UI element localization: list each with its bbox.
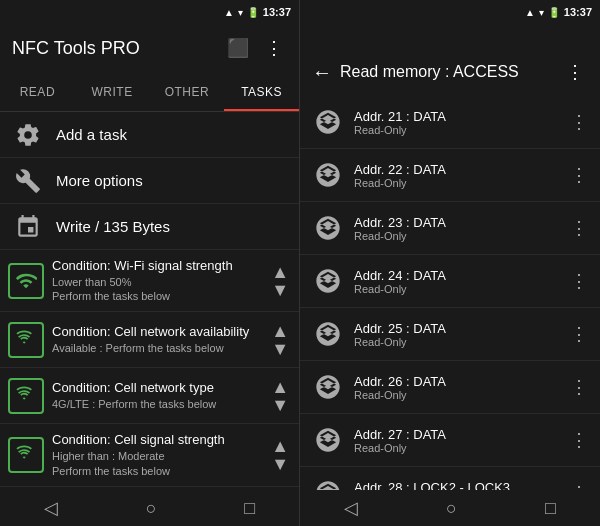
more-options-label: More options xyxy=(56,172,143,189)
memory-more-7[interactable]: ⋮ xyxy=(566,478,592,490)
memory-addr-7: Addr. 28 : LOCK2 - LOCK3 xyxy=(354,480,556,491)
memory-content-2: Addr. 23 : DATA Read-Only xyxy=(354,215,556,242)
task-wifi[interactable]: Condition: Wi-Fi signal strength Lower t… xyxy=(0,250,299,312)
memory-more-3[interactable]: ⋮ xyxy=(566,266,592,296)
memory-more-0[interactable]: ⋮ xyxy=(566,107,592,137)
memory-content-4: Addr. 25 : DATA Read-Only xyxy=(354,321,556,348)
memory-item-0[interactable]: Addr. 21 : DATA Read-Only ⋮ xyxy=(300,96,600,149)
memory-item-3[interactable]: Addr. 24 : DATA Read-Only ⋮ xyxy=(300,255,600,308)
add-task-item[interactable]: Add a task xyxy=(0,112,299,158)
task-cell-signal[interactable]: Condition: Cell signal strength Higher t… xyxy=(0,424,299,486)
tasks-list: Condition: Wi-Fi signal strength Lower t… xyxy=(0,250,299,490)
task-cell-type-title: Condition: Cell network type xyxy=(52,380,263,397)
memory-addr-3: Addr. 24 : DATA xyxy=(354,268,556,283)
task-wifi-content: Condition: Wi-Fi signal strength Lower t… xyxy=(52,258,263,303)
left-panel: ▲ ▾ 🔋 13:37 NFC Tools PRO ⬛ ⋮ READ WRITE… xyxy=(0,0,300,526)
task-cell-type-content: Condition: Cell network type 4G/LTE : Pe… xyxy=(52,380,263,411)
memory-item-4[interactable]: Addr. 25 : DATA Read-Only ⋮ xyxy=(300,308,600,361)
write-bytes-item[interactable]: Write / 135 Bytes xyxy=(0,204,299,250)
more-options-item[interactable]: More options xyxy=(0,158,299,204)
memory-more-6[interactable]: ⋮ xyxy=(566,425,592,455)
nav-back-icon[interactable]: ◁ xyxy=(44,497,58,519)
memory-content-6: Addr. 27 : DATA Read-Only xyxy=(354,427,556,454)
right-nav-recent-icon[interactable]: □ xyxy=(545,498,556,519)
tab-read[interactable]: READ xyxy=(0,72,75,111)
right-panel: ▲ ▾ 🔋 13:37 ← Read memory : ACCESS ⋮ Add… xyxy=(300,0,600,526)
memory-addr-2: Addr. 23 : DATA xyxy=(354,215,556,230)
task-cell-type-subtitle: 4G/LTE : Perform the tasks below xyxy=(52,397,263,411)
wifi-task-icon xyxy=(8,263,44,299)
memory-item-2[interactable]: Addr. 23 : DATA Read-Only ⋮ xyxy=(300,202,600,255)
memory-item-7[interactable]: Addr. 28 : LOCK2 - LOCK3 Partially writa… xyxy=(300,467,600,490)
app-title: NFC Tools PRO xyxy=(12,38,215,59)
gear-icon xyxy=(12,119,44,151)
back-button[interactable]: ← xyxy=(312,61,332,84)
task-cell-signal-content: Condition: Cell signal strength Higher t… xyxy=(52,432,263,477)
left-status-bar: ▲ ▾ 🔋 13:37 xyxy=(0,0,299,24)
nav-home-icon[interactable]: ○ xyxy=(146,498,157,519)
tab-other[interactable]: OTHER xyxy=(150,72,225,111)
right-more-icon[interactable]: ⋮ xyxy=(562,57,588,87)
task-wifi-title: Condition: Wi-Fi signal strength xyxy=(52,258,263,275)
memory-stack-icon-3 xyxy=(312,265,344,297)
memory-content-5: Addr. 26 : DATA Read-Only xyxy=(354,374,556,401)
action-list: Add a task More options Write / 135 Byte… xyxy=(0,112,299,250)
memory-more-5[interactable]: ⋮ xyxy=(566,372,592,402)
cell-avail-icon xyxy=(8,322,44,358)
task-cell-type[interactable]: Condition: Cell network type 4G/LTE : Pe… xyxy=(0,368,299,424)
memory-content-3: Addr. 24 : DATA Read-Only xyxy=(354,268,556,295)
right-nav-back-icon[interactable]: ◁ xyxy=(344,497,358,519)
memory-item-5[interactable]: Addr. 26 : DATA Read-Only ⋮ xyxy=(300,361,600,414)
memory-stack-icon-1 xyxy=(312,159,344,191)
task-cell-type-arrows[interactable]: ▲▼ xyxy=(271,378,289,414)
memory-stack-icon-0 xyxy=(312,106,344,138)
memory-status-6: Read-Only xyxy=(354,442,556,454)
tab-tasks[interactable]: TASKS xyxy=(224,72,299,111)
right-battery-icon: 🔋 xyxy=(548,7,560,18)
memory-item-6[interactable]: Addr. 27 : DATA Read-Only ⋮ xyxy=(300,414,600,467)
cell-type-icon xyxy=(8,378,44,414)
memory-addr-0: Addr. 21 : DATA xyxy=(354,109,556,124)
memory-stack-icon-2 xyxy=(312,212,344,244)
memory-more-1[interactable]: ⋮ xyxy=(566,160,592,190)
tab-write[interactable]: WRITE xyxy=(75,72,150,111)
task-wifi-subtitle: Lower than 50%Perform the tasks below xyxy=(52,275,263,304)
memory-more-4[interactable]: ⋮ xyxy=(566,319,592,349)
write-icon xyxy=(12,211,44,243)
memory-addr-1: Addr. 22 : DATA xyxy=(354,162,556,177)
memory-content-1: Addr. 22 : DATA Read-Only xyxy=(354,162,556,189)
right-nav-bar: ◁ ○ □ xyxy=(300,490,600,526)
memory-content-0: Addr. 21 : DATA Read-Only xyxy=(354,109,556,136)
task-cell-avail-arrows[interactable]: ▲▼ xyxy=(271,322,289,358)
more-menu-icon[interactable]: ⋮ xyxy=(261,33,287,63)
scan-icon[interactable]: ⬛ xyxy=(223,33,253,63)
task-cell-avail[interactable]: Condition: Cell network availability Ava… xyxy=(0,312,299,368)
task-cell-signal-subtitle: Higher than : ModeratePerform the tasks … xyxy=(52,449,263,478)
task-cell-signal-title: Condition: Cell signal strength xyxy=(52,432,263,449)
signal-icon: ▲ xyxy=(224,7,234,18)
task-wifi-arrows[interactable]: ▲▼ xyxy=(271,263,289,299)
add-task-label: Add a task xyxy=(56,126,127,143)
task-cell-signal-arrows[interactable]: ▲▼ xyxy=(271,437,289,473)
task-cell-avail-content: Condition: Cell network availability Ava… xyxy=(52,324,263,355)
memory-item-1[interactable]: Addr. 22 : DATA Read-Only ⋮ xyxy=(300,149,600,202)
right-wifi-icon: ▾ xyxy=(539,7,544,18)
nav-recent-icon[interactable]: □ xyxy=(244,498,255,519)
memory-more-2[interactable]: ⋮ xyxy=(566,213,592,243)
write-bytes-label: Write / 135 Bytes xyxy=(56,218,170,235)
right-time: 13:37 xyxy=(564,6,592,18)
right-nav-home-icon[interactable]: ○ xyxy=(446,498,457,519)
right-status-bar: ▲ ▾ 🔋 13:37 xyxy=(300,0,600,24)
memory-status-1: Read-Only xyxy=(354,177,556,189)
left-nav-bar: ◁ ○ □ xyxy=(0,490,299,526)
memory-status-5: Read-Only xyxy=(354,389,556,401)
memory-content-7: Addr. 28 : LOCK2 - LOCK3 Partially writa… xyxy=(354,480,556,491)
left-status-icons: ▲ ▾ 🔋 13:37 xyxy=(224,6,291,18)
memory-stack-icon-7 xyxy=(312,477,344,490)
memory-status-2: Read-Only xyxy=(354,230,556,242)
right-signal-icon: ▲ xyxy=(525,7,535,18)
battery-icon: 🔋 xyxy=(247,7,259,18)
memory-stack-icon-6 xyxy=(312,424,344,456)
wifi-icon: ▾ xyxy=(238,7,243,18)
tab-bar: READ WRITE OTHER TASKS xyxy=(0,72,299,112)
